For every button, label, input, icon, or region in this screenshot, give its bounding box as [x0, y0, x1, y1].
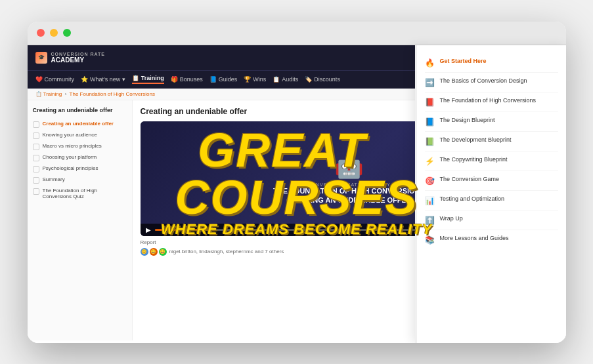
reaction-dots: 😊 😄 😀: [141, 248, 167, 256]
lesson-checkbox-6[interactable]: [33, 177, 39, 184]
lesson-list-title: Creating an undeniable offer: [33, 107, 127, 113]
lesson-checkbox-5[interactable]: [33, 166, 39, 172]
subnav-bonuses[interactable]: 🎁 Bonuses: [171, 76, 203, 83]
subnav-wins[interactable]: 🏆 Wins: [244, 76, 266, 83]
panel-item-game[interactable]: 🎯 The Conversion Game: [425, 171, 558, 191]
chart-icon: 📊: [425, 196, 435, 205]
fire-icon: 🔥: [425, 58, 435, 68]
reaction-dot-2: 😄: [150, 248, 158, 256]
subnav-whats-new[interactable]: ⭐ What's new ▾: [81, 76, 125, 83]
training-icon: 📋: [132, 75, 139, 81]
lesson-item-1[interactable]: Creating an undeniable offer: [33, 119, 127, 130]
panel-item-more[interactable]: 📚 More Lessons and Guides: [425, 230, 558, 249]
reaction-dot-3: 😀: [159, 248, 167, 256]
site-wrapper: 🎓 CONVERSION RATE ACADEMY F Faraz 🔔 ❤️: [28, 45, 566, 343]
subnav-audits[interactable]: 📋 Audits: [273, 76, 298, 83]
breadcrumb-course[interactable]: The Foundation of High Conversions: [70, 91, 155, 97]
panel-item-basics[interactable]: ➡️ The Basics of Conversion Design: [425, 73, 558, 92]
logo-icon: 🎓: [35, 52, 47, 64]
subnav-guides[interactable]: 📘 Guides: [209, 76, 238, 83]
panel-item-foundation[interactable]: 📕 The Foundation of High Conversions: [425, 92, 558, 112]
lesson-item-7[interactable]: The Foundation of High Conversions Quiz: [33, 186, 127, 201]
books-icon: 📚: [425, 235, 435, 245]
lesson-checkbox-1[interactable]: [33, 121, 39, 128]
panel-game: The Conversion Game: [440, 176, 500, 184]
panel-testing: Testing and Optimization: [440, 195, 505, 203]
report-link[interactable]: Report: [141, 239, 156, 245]
arrow-icon-1: ➡️: [425, 78, 435, 87]
lesson-checkbox-3[interactable]: [33, 144, 39, 150]
panel-basics: The Basics of Conversion Design: [440, 77, 527, 85]
subnav-discounts[interactable]: 🏷️ Discounts: [305, 76, 340, 83]
lesson-item-4[interactable]: Choosing your platform: [33, 152, 127, 163]
lesson-checkbox-4[interactable]: [33, 155, 39, 161]
lesson-item-6[interactable]: Summary: [33, 174, 127, 186]
panel-copywriting: The Copywriting Blueprint: [440, 156, 508, 164]
play-button[interactable]: ▶: [146, 226, 151, 233]
lightning-icon: ⚡: [425, 157, 435, 166]
panel-design: The Design Blueprint: [440, 117, 495, 125]
lesson-checkbox-7[interactable]: [33, 188, 39, 195]
book-icon-3: 📗: [425, 137, 435, 146]
maximize-dot[interactable]: [63, 29, 71, 37]
lesson-item-2[interactable]: Knowing your audience: [33, 130, 127, 141]
wins-icon: 🏆: [244, 76, 251, 83]
panel-item-design[interactable]: 📘 The Design Blueprint: [425, 112, 558, 132]
panel-get-started: Get Started Here: [440, 58, 487, 66]
target-icon: 🎯: [425, 176, 435, 186]
browser-chrome: [28, 22, 566, 45]
panel-item-development[interactable]: 📗 The Development Blueprint: [425, 132, 558, 152]
panel-item-copywriting[interactable]: ⚡ The Copywriting Blueprint: [425, 152, 558, 171]
logo-text-top: CONVERSION RATE: [51, 52, 106, 56]
book-icon-1: 📕: [425, 98, 435, 107]
logo-text-main: ACADEMY: [51, 56, 106, 64]
robot-icon: 🤖: [334, 152, 364, 180]
lesson-checkbox-2[interactable]: [33, 132, 39, 139]
panel-item-get-started[interactable]: 🔥 Get Started Here: [425, 53, 558, 73]
minimize-dot[interactable]: [50, 29, 58, 37]
panel-development: The Development Blueprint: [440, 136, 512, 144]
audits-icon: 📋: [273, 76, 280, 83]
video-label-main: THE FOUNDATION OF HIGH CONVERSIONSCREATI…: [273, 187, 425, 204]
panel-item-wrapup[interactable]: ⬆️ Wrap Up: [425, 211, 558, 230]
up-icon: ⬆️: [425, 216, 435, 225]
book-icon-2: 📘: [425, 117, 435, 127]
logo: 🎓 CONVERSION RATE ACADEMY: [35, 52, 106, 64]
breadcrumb-training[interactable]: Training: [43, 91, 62, 97]
reaction-dot-1: 😊: [141, 248, 148, 256]
close-dot[interactable]: [37, 29, 45, 37]
right-panel: 🔥 Get Started Here ➡️ The Basics of Conv…: [415, 45, 566, 343]
guides-icon: 📘: [209, 76, 217, 83]
panel-more: More Lessons and Guides: [440, 235, 509, 243]
reactions-text: nigel.britton, lindasingh, stephernmc an…: [169, 249, 284, 254]
lesson-item-5[interactable]: Psychological principles: [33, 163, 127, 174]
panel-item-testing[interactable]: 📊 Testing and Optimization: [425, 191, 558, 211]
lesson-item-3[interactable]: Macro vs micro principles: [33, 141, 127, 152]
bonus-icon: 🎁: [171, 76, 178, 83]
progress-fill: [155, 229, 208, 231]
subnav-training[interactable]: 📋 Training: [132, 75, 164, 84]
browser-window: 🎓 CONVERSION RATE ACADEMY F Faraz 🔔 ❤️: [28, 22, 566, 343]
video-label-top: CONVERSION RATE ACADEMY: [307, 182, 390, 187]
panel-foundation: The Foundation of High Conversions: [440, 97, 537, 105]
panel-wrapup: Wrap Up: [440, 215, 463, 223]
community-icon: ❤️: [35, 76, 43, 83]
lesson-sidebar: Creating an undeniable offer Creating an…: [28, 100, 133, 340]
discounts-icon: 🏷️: [305, 76, 312, 83]
subnav-community[interactable]: ❤️ Community: [35, 76, 75, 83]
star-icon: ⭐: [81, 76, 88, 83]
